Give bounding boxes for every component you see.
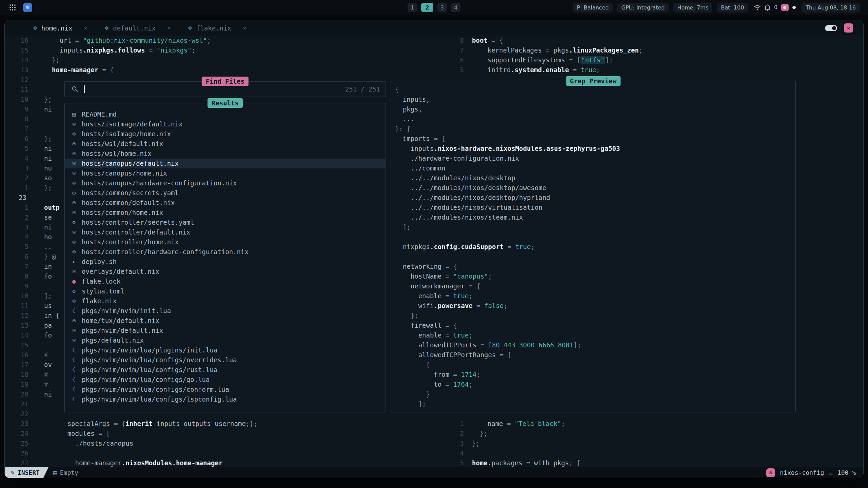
nix-icon: ❄: [70, 227, 78, 237]
result-item[interactable]: ❄hosts/isoImage/default.nix: [65, 119, 386, 129]
lua-icon: ☾: [70, 375, 78, 385]
tab-bar: ❄home.nix✕❄default.nix✕❄flake.nix✕ ✕: [5, 20, 863, 36]
workspace-button-3[interactable]: 3: [437, 3, 447, 12]
result-item[interactable]: ⚙hosts/controller/secrets.yaml: [65, 218, 386, 227]
result-filename: pkgs/nvim/nvim/lua/configs/conform.lua: [82, 385, 229, 394]
status-chip-3: Bat: 100: [717, 3, 748, 13]
nix-file-icon: ❄: [33, 24, 37, 32]
preview-line: from = 1714;: [395, 370, 793, 380]
preview-line: ../../modules/nixos/desktop/awesome: [395, 183, 793, 193]
result-item[interactable]: ●flake.lock: [65, 277, 386, 286]
line-number: 3: [446, 439, 464, 448]
result-filename: hosts/wsl/default.nix: [82, 139, 163, 149]
result-item[interactable]: ☾pkgs/nvim/nvim/lua/configs/overrides.lu…: [65, 355, 386, 365]
result-item[interactable]: ❄hosts/canopus/default.nix: [65, 159, 386, 168]
line-number: 2: [13, 212, 28, 222]
nix-icon: ❄: [70, 129, 78, 139]
tab-default.nix[interactable]: ❄default.nix✕: [105, 24, 171, 32]
result-filename: hosts/controller/default.nix: [82, 227, 190, 237]
result-item[interactable]: ☾pkgs/nvim/nvim/lua/configs/rust.lua: [65, 365, 386, 375]
line-number: 5: [13, 144, 28, 154]
workspace-switcher: 1234: [408, 3, 460, 12]
results-window: Results ▤README.md❄hosts/isoImage/defaul…: [64, 103, 386, 412]
result-item[interactable]: ❄home/tux/default.nix: [65, 316, 386, 326]
line-number: 1: [446, 419, 464, 429]
line-number: 3: [13, 222, 28, 232]
lua-icon: ☾: [70, 306, 78, 316]
preview-line: networking = {: [395, 262, 793, 271]
preview-line: ../../modules/nixos/steam.nix: [395, 212, 793, 222]
preview-line: }: [395, 389, 793, 399]
result-item[interactable]: ☾pkgs/nvim/nvim/lua/configs/go.lua: [65, 375, 386, 385]
close-tab-icon[interactable]: ✕: [84, 25, 87, 31]
result-item[interactable]: ❄overlays/default.nix: [65, 267, 386, 277]
tab-flake.nix[interactable]: ❄flake.nix✕: [188, 24, 246, 32]
preview-line: enable = true;: [395, 330, 793, 340]
result-item[interactable]: ☾pkgs/nvim/nvim/lua/configs/conform.lua: [65, 385, 386, 394]
result-item[interactable]: ❄pkgs/default.nix: [65, 336, 386, 345]
preview-line: enable = true;: [395, 291, 793, 301]
preview-line: }: {: [395, 124, 793, 134]
result-item[interactable]: ▤README.md: [65, 109, 386, 119]
window-close-icon[interactable]: ✕: [844, 23, 853, 33]
result-filename: hosts/isoImage/home.nix: [82, 129, 171, 139]
workspace-button-4[interactable]: 4: [451, 3, 460, 12]
distro-logo-icon[interactable]: ❄: [23, 3, 32, 12]
line-number: 5: [13, 242, 28, 252]
line-number: 6: [13, 134, 28, 144]
result-item[interactable]: ❄hosts/controller/default.nix: [65, 227, 386, 237]
pin-toggle-icon[interactable]: [825, 25, 837, 31]
line-number: 9: [13, 104, 28, 114]
yaml-icon: ⚙: [70, 188, 78, 198]
line-number: 3: [13, 163, 28, 173]
result-item[interactable]: ❄hosts/controller/hardware-configuration…: [65, 247, 386, 257]
result-item[interactable]: ❄hosts/canopus/hardware-configuration.ni…: [65, 178, 386, 188]
match-counter: 251 / 251: [345, 85, 380, 93]
result-item[interactable]: ❄hosts/wsl/default.nix: [65, 139, 386, 149]
line-number: 11: [13, 85, 28, 95]
line-number: 1: [13, 183, 28, 193]
tray-dot-icon[interactable]: [792, 6, 796, 9]
result-item[interactable]: ⚙hosts/common/secrets.yaml: [65, 188, 386, 198]
results-list[interactable]: ▤README.md❄hosts/isoImage/default.nix❄ho…: [65, 109, 386, 404]
result-item[interactable]: ❄pkgs/nvim/default.nix: [65, 326, 386, 336]
line-number: 2: [446, 429, 464, 439]
preview-line: allowedTCPPorts = [80 443 3000 6666 8081…: [395, 340, 793, 350]
result-filename: hosts/controller/secrets.yaml: [82, 218, 194, 227]
result-item[interactable]: ❄hosts/common/default.nix: [65, 198, 386, 208]
code-line: 4: [5, 448, 863, 458]
lua-icon: ☾: [70, 345, 78, 355]
tab-home.nix[interactable]: ❄home.nix✕: [33, 24, 87, 32]
notification-bell-icon[interactable]: [765, 4, 770, 11]
result-item[interactable]: ⚙stylua.toml: [65, 286, 386, 296]
line-number: 6: [13, 252, 28, 262]
result-item[interactable]: ❄flake.nix: [65, 296, 386, 306]
close-tab-icon[interactable]: ✕: [243, 25, 246, 31]
result-item[interactable]: ❄hosts/common/home.nix: [65, 208, 386, 218]
workspace-button-2[interactable]: 2: [421, 3, 433, 12]
result-item[interactable]: ❄hosts/isoImage/home.nix: [65, 129, 386, 139]
line-number: 12: [13, 311, 28, 321]
recording-badge[interactable]: [781, 4, 789, 11]
result-item[interactable]: ▸deploy.sh: [65, 257, 386, 267]
line-number: 11: [13, 301, 28, 311]
workspace-button-1[interactable]: 1: [408, 3, 417, 12]
result-filename: hosts/canopus/home.nix: [82, 168, 167, 178]
line-number: 4: [13, 154, 28, 163]
wifi-icon[interactable]: [754, 4, 761, 11]
code-line: 2 };: [5, 429, 863, 439]
result-item[interactable]: ❄hosts/controller/home.nix: [65, 237, 386, 247]
result-item[interactable]: ☾pkgs/nvim/nvim/lua/plugins/init.lua: [65, 345, 386, 355]
app-launcher-icon[interactable]: [8, 3, 17, 12]
results-title: Results: [208, 98, 243, 108]
pencil-icon: ✎: [11, 469, 15, 476]
result-filename: hosts/controller/home.nix: [82, 237, 179, 247]
line-number: 16: [13, 350, 28, 360]
result-item[interactable]: ☾pkgs/nvim/nvim/init.lua: [65, 306, 386, 316]
close-tab-icon[interactable]: ✕: [167, 25, 171, 31]
result-item[interactable]: ❄hosts/wsl/home.nix: [65, 149, 386, 159]
file-label: Empty: [60, 469, 78, 476]
result-item[interactable]: ❄hosts/canopus/home.nix: [65, 168, 386, 178]
tab-label: home.nix: [41, 24, 73, 32]
result-item[interactable]: ☾pkgs/nvim/nvim/lua/configs/lspconfig.lu…: [65, 394, 386, 404]
